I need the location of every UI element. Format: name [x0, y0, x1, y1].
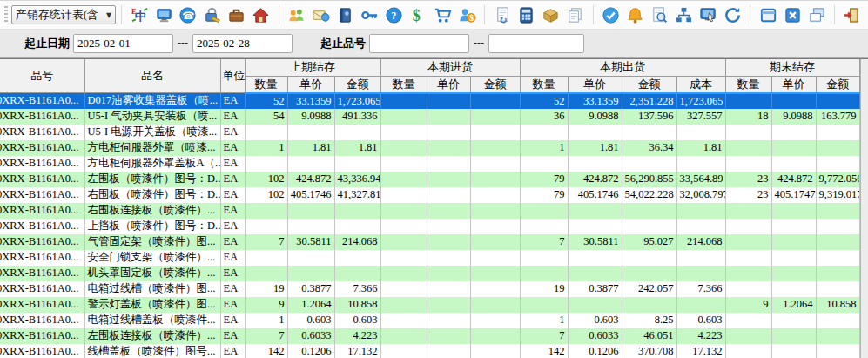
cell-amount[interactable] — [816, 234, 859, 250]
cell-amount[interactable] — [816, 344, 859, 358]
cell-price[interactable] — [427, 203, 470, 219]
cell-item-no[interactable]: 0XRX-B1161A0... — [0, 203, 84, 219]
col-header-price[interactable]: 单价 — [287, 76, 334, 93]
cell-unit[interactable]: EA — [220, 93, 245, 109]
cell-qty[interactable] — [725, 140, 771, 156]
cell-amount[interactable] — [334, 250, 380, 266]
search-doc-icon[interactable] — [649, 3, 670, 26]
cell-qty[interactable] — [725, 250, 771, 266]
calculator-icon[interactable] — [516, 3, 537, 26]
cell-price[interactable] — [427, 281, 470, 297]
cell-cost[interactable]: 32,008.797 — [676, 187, 725, 203]
cell-cost[interactable] — [676, 266, 725, 281]
cell-price[interactable] — [427, 344, 470, 358]
cell-amount[interactable]: 163.779 — [816, 109, 859, 125]
cell-item-name[interactable]: 方电柜伺服器外罩盖板A（... — [84, 156, 220, 172]
cell-qty[interactable]: 7 — [245, 234, 287, 250]
cell-item-no[interactable]: 0XRX-B1161A0... — [0, 234, 84, 250]
cell-item-name[interactable]: 右围板（喷漆件）图号：D... — [84, 187, 220, 203]
cell-unit[interactable]: EA — [220, 281, 245, 297]
col-header-amount[interactable]: 金额 — [334, 76, 380, 93]
cell-cost[interactable]: 1,723.065 — [676, 93, 725, 109]
cell-price[interactable]: 1.81 — [568, 140, 622, 156]
cell-price[interactable] — [771, 250, 816, 266]
cell-price[interactable]: 424.872 — [568, 172, 622, 187]
cell-unit[interactable]: EA — [220, 125, 245, 140]
cell-price[interactable]: 0.6033 — [568, 328, 622, 344]
cell-price[interactable] — [568, 250, 622, 266]
cell-amount[interactable] — [334, 125, 380, 140]
cell-qty[interactable] — [380, 344, 427, 358]
cell-qty[interactable] — [725, 203, 771, 219]
cell-item-no[interactable]: 0XRX-B1161A0... — [0, 172, 84, 187]
cell-amount[interactable] — [470, 125, 520, 140]
cell-price[interactable]: 405.1746 — [287, 187, 334, 203]
cell-item-name[interactable]: 气管固定架（喷漆件）图... — [84, 234, 220, 250]
col-header-item-name[interactable]: 品名 — [84, 59, 220, 93]
cell-amount[interactable] — [816, 266, 859, 281]
cell-amount[interactable]: 46.051 — [622, 328, 676, 344]
cell-amount[interactable] — [816, 125, 859, 140]
cell-amount[interactable]: 214.068 — [334, 234, 380, 250]
cell-price[interactable] — [771, 125, 816, 140]
cell-amount[interactable]: 2,351.228 — [622, 93, 676, 109]
date-to-input[interactable] — [192, 34, 293, 53]
cell-qty[interactable]: 142 — [520, 344, 568, 358]
cell-price[interactable]: 0.1206 — [568, 344, 622, 358]
cell-price[interactable] — [427, 313, 470, 328]
lock-icon[interactable] — [202, 3, 223, 26]
cell-cost[interactable] — [676, 297, 725, 313]
cell-qty[interactable] — [520, 250, 568, 266]
cell-amount[interactable]: 43,336.946 — [334, 172, 380, 187]
cell-price[interactable] — [568, 297, 622, 313]
cell-amount[interactable] — [622, 203, 676, 219]
cell-qty[interactable]: 19 — [520, 281, 568, 297]
table-row[interactable]: 0XRX-B1161A0...电箱过线槽（喷漆件）图...EA190.38777… — [0, 281, 859, 297]
notebook-icon[interactable] — [335, 3, 356, 26]
cell-qty[interactable]: 52 — [245, 93, 287, 109]
cell-item-no[interactable]: 0XRX-B1161A0... — [0, 156, 84, 172]
cell-price[interactable] — [427, 297, 470, 313]
cell-qty[interactable] — [380, 266, 427, 281]
cell-qty[interactable]: 7 — [520, 234, 568, 250]
exit-icon[interactable] — [842, 3, 863, 26]
cell-qty[interactable]: 52 — [520, 93, 568, 109]
cell-price[interactable]: 33.1359 — [287, 93, 334, 109]
cell-qty[interactable] — [380, 297, 427, 313]
cell-qty[interactable]: 23 — [725, 187, 771, 203]
col-header-unit[interactable]: 单位 — [220, 59, 245, 93]
cell-cost[interactable]: 7.366 — [676, 281, 725, 297]
cell-amount[interactable] — [622, 125, 676, 140]
cell-qty[interactable]: 1 — [245, 140, 287, 156]
translate-icon[interactable]: 中 E — [129, 3, 150, 26]
mail-icon[interactable] — [311, 3, 332, 26]
cell-price[interactable]: 405.1746 — [568, 187, 622, 203]
cell-price[interactable] — [771, 219, 816, 234]
cell-price[interactable]: 1.81 — [287, 140, 334, 156]
cell-amount[interactable]: 491.336 — [334, 109, 380, 125]
cell-price[interactable] — [771, 328, 816, 344]
home-icon[interactable] — [251, 3, 272, 26]
cell-unit[interactable]: EA — [220, 140, 245, 156]
cell-amount[interactable]: 1,723.065 — [334, 93, 380, 109]
cell-qty[interactable] — [380, 250, 427, 266]
table-row[interactable]: 0XRX-B1161A0...U5-I 电源开关盖板（喷漆...EA — [0, 125, 859, 140]
cell-price[interactable] — [771, 203, 816, 219]
cell-amount[interactable]: 8.25 — [622, 313, 676, 328]
dollar-icon[interactable]: $ — [407, 3, 428, 26]
cell-unit[interactable]: EA — [220, 313, 245, 328]
cell-qty[interactable] — [245, 266, 287, 281]
cell-item-name[interactable]: 右围板连接板（喷漆件）... — [84, 203, 220, 219]
cell-amount[interactable] — [816, 156, 859, 172]
cell-qty[interactable] — [245, 156, 287, 172]
cell-qty[interactable] — [520, 203, 568, 219]
cell-unit[interactable]: EA — [220, 156, 245, 172]
cell-item-no[interactable]: 0XRX-B1161A0... — [0, 93, 84, 109]
cell-amount[interactable]: 370.708 — [622, 344, 676, 358]
col-header-price[interactable]: 单价 — [427, 76, 470, 93]
cell-qty[interactable] — [725, 125, 771, 140]
cell-price[interactable] — [568, 203, 622, 219]
cell-qty[interactable] — [725, 93, 771, 109]
cell-price[interactable]: 405.1747 — [771, 187, 816, 203]
bell-icon[interactable] — [625, 3, 646, 26]
